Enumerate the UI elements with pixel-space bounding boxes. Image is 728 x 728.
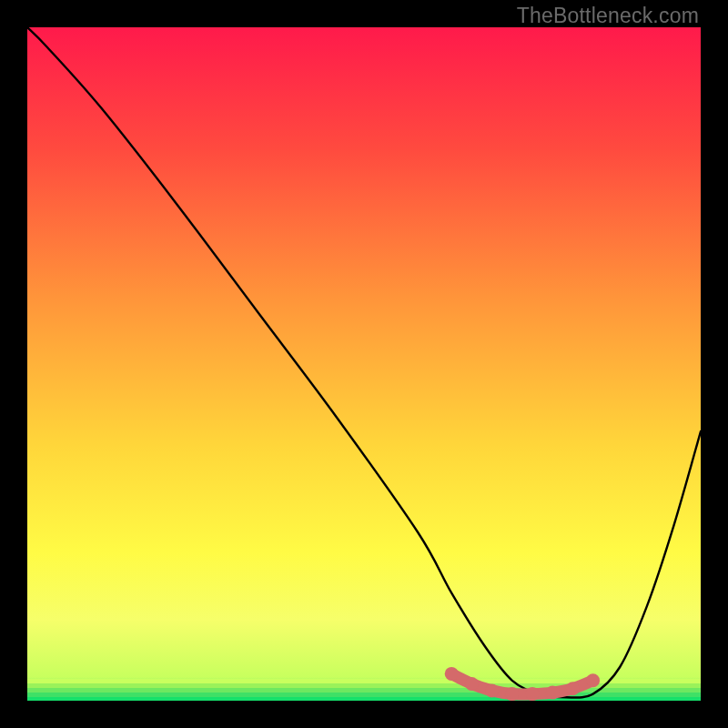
chart-plot	[27, 27, 701, 701]
chart-background	[27, 27, 701, 701]
svg-rect-3	[27, 693, 701, 697]
svg-rect-1	[27, 683, 701, 688]
sweet-spot-dot	[445, 667, 459, 681]
svg-rect-4	[27, 697, 701, 701]
sweet-spot-dot	[526, 687, 540, 701]
sweet-spot-dot	[505, 687, 519, 701]
sweet-spot-dot	[485, 683, 499, 697]
sweet-spot-dot	[586, 673, 600, 687]
sweet-spot-dot	[546, 686, 560, 700]
watermark-text: TheBottleneck.com	[517, 4, 699, 28]
chart-frame	[27, 27, 701, 701]
sweet-spot-dot	[566, 682, 580, 695]
sweet-spot-dot	[465, 677, 479, 691]
